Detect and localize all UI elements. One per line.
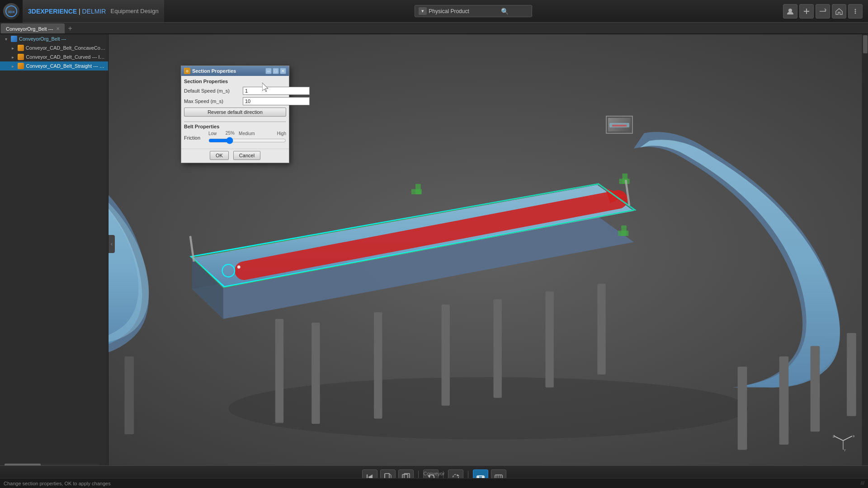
top-bar: 3DX 3DEXPERIENCE | DELMIR Equipment Desi… xyxy=(0,0,868,23)
v-scrollbar[interactable] xyxy=(862,34,868,465)
tree-item-label-0: ConveyorOrg_Belt --- xyxy=(19,36,66,42)
tree-toggle-3[interactable]: ▸ xyxy=(10,63,16,69)
search-dropdown-button[interactable]: ▾ xyxy=(419,7,427,15)
left-arrow-icon: ‹ xyxy=(111,241,113,247)
svg-line-38 xyxy=(843,436,852,441)
svg-point-5 xyxy=(855,9,856,10)
tab-label: ConveyorOrg_Belt --- xyxy=(6,26,53,32)
tree-toggle-0[interactable]: ▾ xyxy=(3,36,9,42)
friction-high-label: High xyxy=(277,131,286,136)
tree-item-2[interactable]: ▸ Conveyor_CAD_Belt_Curved --- IN_V xyxy=(0,52,108,61)
friction-slider[interactable] xyxy=(208,137,286,144)
svg-point-9 xyxy=(228,377,748,440)
left-panel: ▾ ConveyorOrg_Belt --- ▸ Conveyor_CAD_Be… xyxy=(0,34,108,476)
dialog-divider xyxy=(184,122,286,122)
dialog-title-text: Section Properties xyxy=(192,68,264,74)
tree-item-3[interactable]: ▸ Conveyor_CAD_Belt_Straight --- IN... xyxy=(0,61,108,70)
mini-preview[interactable] xyxy=(606,116,633,134)
tree-item-1[interactable]: ▸ Conveyor_CAD_Belt_ConcaveConve... xyxy=(0,43,108,52)
tree-icon-conv-1 xyxy=(18,45,24,51)
add-icon-btn[interactable] xyxy=(799,4,814,19)
svg-rect-31 xyxy=(738,367,747,450)
belt-properties-title: Belt Properties xyxy=(184,124,286,129)
reverse-btn-row: Reverse default direction xyxy=(184,108,286,119)
conveyor-label: Conveyor xyxy=(423,471,444,476)
new-tab-button[interactable]: + xyxy=(68,23,72,33)
svg-rect-32 xyxy=(779,357,789,445)
tab-close-button[interactable]: ✕ xyxy=(56,26,60,31)
svg-rect-37 xyxy=(612,125,627,127)
dialog-close-button[interactable]: ✕ xyxy=(280,68,286,74)
brand-bar: 3DEXPERIENCE | DELMIR Equipment Design xyxy=(23,0,164,22)
svg-rect-30 xyxy=(597,284,605,375)
svg-rect-27 xyxy=(442,305,450,406)
main-tab[interactable]: ConveyorOrg_Belt --- ✕ xyxy=(1,23,65,33)
svg-rect-17 xyxy=(415,184,420,194)
search-input[interactable] xyxy=(429,8,501,14)
ok-button[interactable]: OK xyxy=(210,151,229,160)
cancel-button[interactable]: Cancel xyxy=(233,151,260,160)
tree-item-label-2: Conveyor_CAD_Belt_Curved --- IN_V xyxy=(26,54,105,60)
search-icon[interactable]: 🔍 xyxy=(501,8,509,15)
svg-text:Y: Y xyxy=(844,448,846,452)
max-speed-row: Max Speed (m_s) xyxy=(184,97,286,105)
dialog-title-bar[interactable]: ⚙ Section Properties ─ □ ✕ xyxy=(181,66,289,76)
svg-rect-34 xyxy=(847,333,856,416)
tree-item-label-1: Conveyor_CAD_Belt_ConcaveConve... xyxy=(26,45,105,51)
status-bar: Change section properties, OK to apply c… xyxy=(0,478,868,488)
mini-preview-inner xyxy=(608,118,631,131)
dialog-maximize-button[interactable]: □ xyxy=(273,68,279,74)
reverse-default-direction-button[interactable]: Reverse default direction xyxy=(184,108,286,117)
svg-text:3DX: 3DX xyxy=(8,10,15,14)
friction-percent-label: 25% xyxy=(226,131,235,136)
tab-bar: ConveyorOrg_Belt --- ✕ + xyxy=(0,23,868,34)
tree-item-label-3: Conveyor_CAD_Belt_Straight --- IN... xyxy=(26,63,105,69)
tree-item-0[interactable]: ▾ ConveyorOrg_Belt --- xyxy=(0,34,108,43)
dialog-body: Section Properties Default Speed (m_s) M… xyxy=(181,76,289,149)
svg-point-57 xyxy=(482,476,484,478)
tree-icon-conv-3 xyxy=(18,63,24,69)
default-speed-label: Default Speed (m_s) xyxy=(184,88,243,94)
default-speed-input[interactable] xyxy=(243,87,310,95)
more-icon-btn[interactable] xyxy=(848,4,863,19)
tree-toggle-1[interactable]: ▸ xyxy=(10,45,16,51)
svg-point-15 xyxy=(237,265,241,268)
tree-toggle-2[interactable]: ▸ xyxy=(10,54,16,60)
default-speed-row: Default Speed (m_s) xyxy=(184,87,286,95)
friction-low-label: Low xyxy=(208,131,217,136)
status-right: /// xyxy=(861,481,864,486)
status-message: Change section properties, OK to apply c… xyxy=(4,481,111,486)
svg-point-56 xyxy=(477,476,479,478)
friction-medium-label: Medium xyxy=(239,131,255,136)
dialog-footer: OK Cancel xyxy=(181,149,289,163)
user-icon-btn[interactable] xyxy=(783,4,797,19)
svg-rect-12 xyxy=(124,357,134,434)
top-right-icons xyxy=(783,4,863,19)
share-icon-btn[interactable] xyxy=(816,4,830,19)
svg-point-7 xyxy=(855,12,856,14)
friction-label: Friction xyxy=(184,135,207,141)
svg-rect-25 xyxy=(311,323,320,424)
search-bar: ▾ 🔍 xyxy=(415,5,532,17)
svg-line-39 xyxy=(834,436,843,441)
brand-app: Equipment Design xyxy=(110,8,158,14)
svg-text:Z: Z xyxy=(833,434,835,438)
svg-rect-21 xyxy=(621,225,626,236)
svg-text:X: X xyxy=(853,434,854,438)
svg-rect-28 xyxy=(493,299,501,398)
svg-rect-24 xyxy=(275,319,283,423)
dialog-title-icon: ⚙ xyxy=(184,68,190,74)
left-panel-collapse-button[interactable]: ‹ xyxy=(108,235,115,253)
home-icon-btn[interactable] xyxy=(832,4,846,19)
section-properties-title: Section Properties xyxy=(184,79,286,84)
svg-point-2 xyxy=(788,9,792,12)
tree-icon-org-0 xyxy=(11,36,17,42)
dialog-minimize-button[interactable]: ─ xyxy=(265,68,272,74)
v-scrollbar-thumb[interactable] xyxy=(863,35,868,53)
app-logo-circle: 3DX xyxy=(3,3,19,19)
app-logo[interactable]: 3DX xyxy=(0,0,23,23)
svg-point-6 xyxy=(855,10,856,12)
svg-rect-33 xyxy=(811,346,820,432)
max-speed-input[interactable] xyxy=(243,97,310,105)
max-speed-label: Max Speed (m_s) xyxy=(184,99,243,104)
